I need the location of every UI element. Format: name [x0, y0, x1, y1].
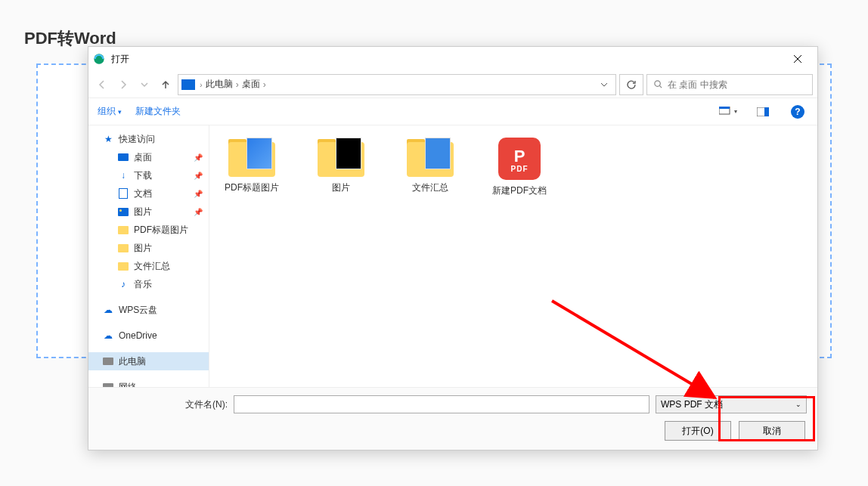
navbar: › 此电脑 › 桌面 › — [88, 71, 817, 98]
open-button[interactable]: 打开(O) — [665, 421, 731, 441]
download-icon: ↓ — [117, 170, 129, 181]
sidebar-item-label: 桌面 — [134, 151, 152, 164]
music-icon: ♪ — [117, 279, 129, 289]
sidebar-item-label: 此电脑 — [119, 355, 146, 368]
cloud-icon: ☁ — [102, 305, 114, 315]
file-list[interactable]: PDF标题图片 图片 文件汇总 PPDF 新建PDF文档 — [209, 125, 817, 387]
file-item-folder[interactable]: PDF标题图片 — [222, 138, 282, 197]
back-button[interactable] — [93, 76, 111, 94]
sidebar-item-label: 文档 — [134, 187, 152, 200]
sidebar-item-music[interactable]: ♪音乐 — [88, 275, 209, 293]
file-name: 文件汇总 — [412, 181, 448, 194]
pdf-icon: PPDF — [498, 138, 541, 180]
folder-icon — [118, 262, 129, 271]
svg-rect-3 — [719, 107, 730, 109]
folder-icon — [407, 138, 454, 177]
sidebar-quick-access[interactable]: ★快速访问 — [88, 130, 209, 148]
arrow-right-icon — [118, 79, 129, 90]
search-input[interactable] — [668, 79, 806, 90]
cloud-icon: ☁ — [102, 330, 114, 341]
pin-icon: 📌 — [194, 172, 203, 180]
searchbox[interactable] — [646, 74, 813, 95]
document-icon — [119, 188, 128, 199]
sidebar-item-label: OneDrive — [119, 330, 157, 341]
breadcrumb-item[interactable]: 此电脑 — [206, 78, 233, 91]
file-item-folder[interactable]: 图片 — [311, 138, 371, 197]
network-icon — [103, 383, 113, 387]
help-button[interactable]: ? — [787, 103, 808, 121]
sidebar-item-folder[interactable]: 图片 — [88, 239, 209, 257]
breadcrumb: 此电脑 › 桌面 › — [206, 78, 266, 91]
new-folder-button[interactable]: 新建文件夹 — [135, 105, 181, 118]
picture-icon — [118, 208, 129, 216]
folder-icon — [118, 226, 129, 234]
svg-rect-5 — [764, 107, 769, 116]
location-icon — [181, 79, 195, 90]
titlebar: 打开 — [88, 47, 817, 71]
file-name: 新建PDF文档 — [492, 184, 547, 197]
view-icon — [719, 107, 733, 117]
sidebar-item-desktop[interactable]: 桌面📌 — [88, 148, 209, 166]
preview-pane-button[interactable] — [752, 103, 773, 121]
chevron-down-icon: ⌄ — [795, 401, 801, 408]
sidebar-wps-cloud[interactable]: ☁WPS云盘 — [88, 301, 209, 319]
sidebar-item-folder[interactable]: 文件汇总 — [88, 257, 209, 275]
sidebar-item-downloads[interactable]: ↓下载📌 — [88, 166, 209, 184]
close-button[interactable] — [783, 48, 813, 70]
file-item-folder[interactable]: 文件汇总 — [400, 138, 460, 197]
addressbar[interactable]: › 此电脑 › 桌面 › — [178, 74, 616, 95]
file-name: 图片 — [332, 181, 350, 194]
filetype-label: WPS PDF 文档 — [661, 398, 723, 411]
close-icon — [793, 54, 802, 63]
recent-dropdown[interactable] — [135, 76, 153, 94]
star-icon: ★ — [102, 134, 114, 144]
sidebar-item-pictures[interactable]: 图片📌 — [88, 203, 209, 221]
forward-button[interactable] — [114, 76, 132, 94]
filename-label: 文件名(N): — [99, 398, 228, 411]
sidebar-this-pc[interactable]: 此电脑 — [88, 352, 209, 370]
chevron-down-icon — [141, 81, 148, 88]
desktop-icon — [118, 153, 129, 161]
file-item-pdf[interactable]: PPDF 新建PDF文档 — [489, 138, 550, 197]
up-button[interactable] — [157, 76, 175, 94]
breadcrumb-item[interactable]: 桌面 — [242, 78, 260, 91]
pin-icon: 📌 — [194, 153, 203, 162]
help-icon: ? — [791, 105, 804, 119]
view-mode-button[interactable]: ▾ — [718, 103, 739, 121]
dialog-title: 打开 — [111, 53, 129, 66]
file-name: PDF标题图片 — [225, 181, 279, 194]
sidebar-onedrive[interactable]: ☁OneDrive — [88, 327, 209, 345]
body-area: ★快速访问 桌面📌 ↓下载📌 文档📌 图片📌 PDF标题图片 图片 文件汇总 ♪… — [88, 125, 817, 387]
dialog-footer: 文件名(N): WPS PDF 文档 ⌄ 打开(O) 取消 — [88, 387, 817, 450]
sidebar-item-label: 音乐 — [134, 278, 152, 291]
folder-icon — [118, 244, 129, 252]
chevron-right-icon: › — [263, 79, 266, 90]
filename-row: 文件名(N): WPS PDF 文档 ⌄ — [99, 395, 807, 413]
arrow-up-icon — [160, 79, 171, 90]
pin-icon: 📌 — [194, 208, 203, 216]
toolbar: 组织 ▾ 新建文件夹 ▾ ? — [88, 98, 817, 125]
sidebar-item-documents[interactable]: 文档📌 — [88, 184, 209, 203]
sidebar-item-label: 文件汇总 — [134, 260, 170, 273]
sidebar: ★快速访问 桌面📌 ↓下载📌 文档📌 图片📌 PDF标题图片 图片 文件汇总 ♪… — [88, 125, 209, 387]
sidebar-item-label: 网络 — [119, 381, 137, 388]
sidebar-item-label: 图片 — [134, 206, 152, 218]
arrow-left-icon — [97, 79, 107, 90]
edge-icon — [93, 53, 105, 65]
sidebar-item-folder[interactable]: PDF标题图片 — [88, 221, 209, 239]
sidebar-item-label: 下载 — [134, 169, 152, 182]
sidebar-network[interactable]: 网络 — [88, 378, 209, 387]
chevron-right-icon: › — [200, 80, 203, 89]
filetype-dropdown[interactable]: WPS PDF 文档 ⌄ — [656, 395, 807, 413]
pin-icon: 📌 — [194, 190, 203, 198]
filename-input[interactable] — [234, 395, 649, 413]
pc-icon — [103, 358, 113, 365]
cancel-button[interactable]: 取消 — [739, 421, 805, 441]
search-icon — [653, 79, 663, 89]
organize-menu[interactable]: 组织 ▾ — [98, 105, 122, 118]
button-row: 打开(O) 取消 — [99, 421, 807, 441]
refresh-button[interactable] — [619, 74, 643, 95]
sidebar-item-label: 快速访问 — [119, 133, 155, 146]
chevron-right-icon: › — [236, 79, 239, 90]
address-dropdown[interactable] — [596, 81, 612, 88]
